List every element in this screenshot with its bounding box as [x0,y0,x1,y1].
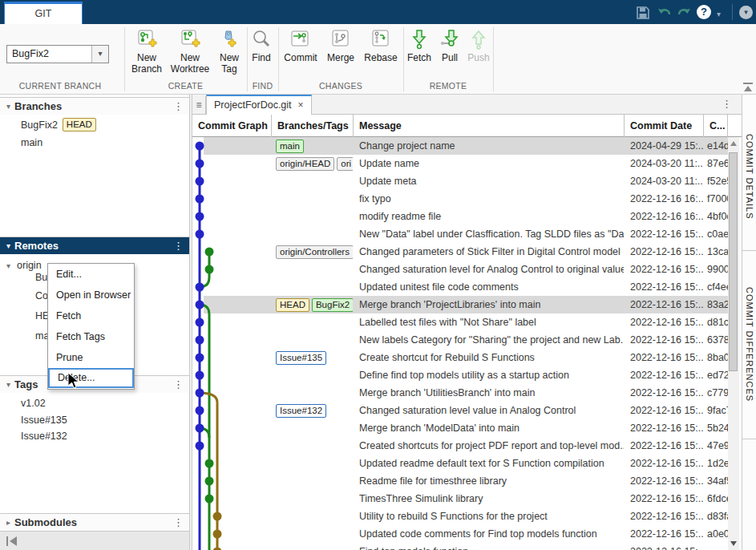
commit-node[interactable] [196,371,204,380]
table-row[interactable]: HEADBugFix2Merge branch 'ProjectLibrarie… [192,296,728,313]
undo-icon[interactable] [657,6,672,20]
scrollbar-thumb[interactable] [729,152,738,371]
commit-node[interactable] [205,459,214,468]
close-icon[interactable]: × [298,99,304,111]
tab-list-icon[interactable]: ≡ [192,96,206,114]
fetch-button[interactable]: Fetch [403,29,435,63]
sidebar-item-branch-BugFix2[interactable]: BugFix2HEAD [21,117,96,133]
table-row[interactable]: New labels Category for "Sharing" the pr… [192,331,728,349]
scroll-down-icon[interactable] [730,541,737,546]
commit-node[interactable] [196,283,204,292]
expand-triangle-icon[interactable]: ▸ [0,518,14,527]
table-row[interactable]: Updated code comments for Find top model… [192,525,728,543]
commit-node[interactable] [196,389,204,398]
sidebar-section-submodules[interactable]: ▸ Submodules ⋮ [0,513,189,531]
commit-node[interactable] [196,230,204,239]
table-row[interactable]: Define find top models utility as a star… [192,366,728,384]
kebab-icon[interactable]: ⋮ [722,98,732,110]
table-row[interactable]: origin/HEADoriUpdate name2024-03-20 11:.… [192,155,728,172]
find-button[interactable]: Find [244,29,279,63]
sidebar-item-tag-v1.02[interactable]: v1.02 [21,395,46,411]
help-icon[interactable]: ? [697,5,711,19]
commit-node[interactable] [196,336,204,345]
more-options-icon[interactable]: ▾ [739,6,753,19]
commit-node[interactable] [205,495,214,503]
table-row[interactable]: modify readme file2022-12-16 16:...4bf0c [192,208,728,225]
table-row[interactable]: Created shortcuts for project PDF report… [192,437,728,455]
table-row[interactable]: Updated unitest file code comments2022-1… [192,278,728,296]
pull-button[interactable]: Pull [435,29,464,63]
menu-item-delete---[interactable]: Delete... [48,368,134,388]
combo-dropdown-icon[interactable]: ▾ [91,46,108,63]
commit-node[interactable] [196,195,204,204]
sidebar-item-tag-Issue#135[interactable]: Issue#135 [21,412,67,428]
commit-node[interactable] [205,477,214,486]
table-row[interactable]: New "Data" label under Clasffication. Ta… [192,225,728,243]
sidebar-section-branches[interactable]: ▾ Branches ⋮ [0,97,189,115]
table-row[interactable]: Changed saturation level for Analog Cont… [192,261,728,278]
table-row[interactable]: mainChange project name2024-04-29 15:...… [192,137,728,155]
commit-node[interactable] [196,212,204,221]
new-branch-button[interactable]: New Branch [126,29,168,75]
commit-node[interactable] [196,142,204,151]
commit-node[interactable] [205,248,214,257]
table-row[interactable]: Update meta2024-03-20 11:...f52e5 [192,172,728,190]
column-header-commit-graph[interactable]: Commit Graph [192,115,272,137]
collapse-triangle-icon[interactable]: ▾ [0,380,14,389]
kebab-icon[interactable]: ⋮ [173,240,189,252]
menu-item-open-in-browser[interactable]: Open in Browser [48,285,134,305]
collapse-panel-icon[interactable] [6,536,18,546]
commit-node[interactable] [196,160,204,168]
commit-node[interactable] [213,548,222,550]
table-row[interactable]: origin/ControllersChanged parameters of … [192,243,728,261]
commit-node[interactable] [196,424,204,433]
table-row[interactable]: Issue#135Create shortcut for Rebuild S F… [192,349,728,366]
tab-commit-differences[interactable]: COMMIT DIFFERENCES [742,251,756,439]
menu-item-fetch-tags[interactable]: Fetch Tags [48,326,134,347]
commit-node[interactable] [213,512,222,521]
sidebar-item-branch-main[interactable]: main [21,135,42,151]
scroll-up-icon[interactable] [730,141,737,146]
collapse-triangle-icon[interactable]: ▾ [6,261,10,270]
current-branch-combo[interactable]: BugFix2 ▾ [6,45,109,63]
commit-button[interactable]: Commit [280,29,321,63]
table-row[interactable]: Issue#132Changed saturation level value … [192,402,728,419]
table-row[interactable]: Utility to rebuild S Functions for the p… [192,508,728,525]
table-row[interactable]: Labelled test files with "Not Share" lab… [192,313,728,331]
table-row[interactable]: fix typo2022-12-16 16:...f7000 [192,190,728,208]
commit-node[interactable] [205,265,214,274]
column-header-branches-tags[interactable]: Branches/Tags [272,115,354,137]
table-scrollbar[interactable] [728,137,739,550]
sidebar-item-remote-branch[interactable]: Co [35,288,48,304]
commit-node[interactable] [196,354,204,362]
collapse-triangle-icon[interactable]: ▾ [0,241,14,250]
commit-node[interactable] [196,442,204,451]
kebab-icon[interactable]: ⋮ [173,378,189,390]
column-header-commit-id[interactable]: C... [704,115,728,137]
table-row[interactable]: Readme file for timesthree library2022-1… [192,472,728,490]
collapse-triangle-icon[interactable]: ▾ [0,102,14,111]
rebase-button[interactable]: Rebase [361,29,401,63]
merge-button[interactable]: Merge [321,29,360,63]
kebab-icon[interactable]: ⋮ [173,516,189,528]
column-header-message[interactable]: Message [354,115,625,137]
table-row[interactable]: TimesThree Simulink library2022-12-16 15… [192,490,728,508]
commit-node[interactable] [196,301,204,309]
menu-item-edit---[interactable]: Edit... [48,264,134,285]
save-icon[interactable] [636,6,650,20]
menu-item-prune[interactable]: Prune [48,347,134,368]
collapse-ribbon-icon[interactable] [742,83,754,92]
commit-node[interactable] [213,530,222,539]
commit-node[interactable] [196,406,204,415]
sidebar-section-remotes[interactable]: ▾ Remotes ⋮ [0,237,189,254]
table-row[interactable]: Merge branch 'ModelData' into main2022-1… [192,419,728,437]
commit-node[interactable] [196,177,204,186]
sidebar-item-tag-Issue#132[interactable]: Issue#132 [21,428,67,444]
new-worktree-button[interactable]: New Worktree [164,29,216,75]
tab-commit-details[interactable]: COMMIT DETAILS [742,103,756,251]
kebab-icon[interactable]: ⋮ [173,100,189,112]
new-tag-button[interactable]: New Tag [212,29,247,75]
tab-projectfordoc[interactable]: ProjectForDoc.git× [206,95,312,115]
tab-git[interactable]: GIT [4,2,83,24]
help-dropdown-caret-icon[interactable]: ▾ [717,10,721,18]
